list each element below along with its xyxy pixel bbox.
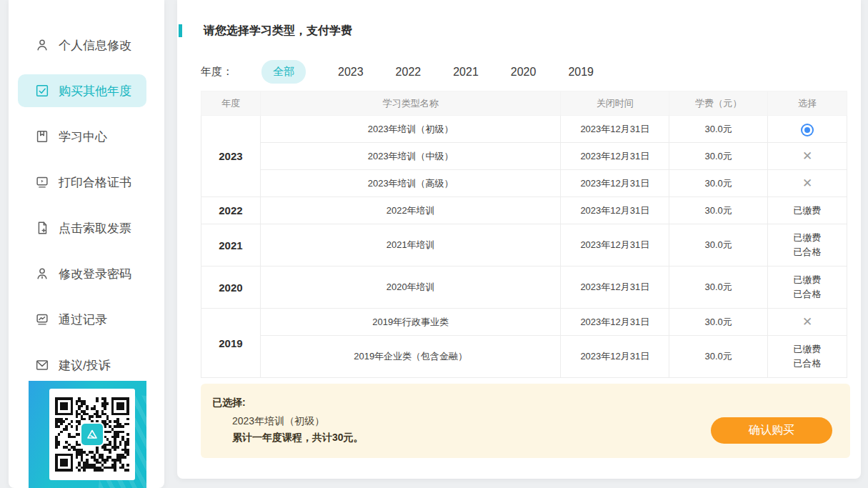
- table-row: 2019年企业类（包含金融） 2023年12月31日 30.0元 已缴费已合格: [201, 336, 847, 378]
- year-tab-2021[interactable]: 2021: [453, 66, 479, 79]
- table-row: 2019 2019年行政事业类 2023年12月31日 30.0元 ✕: [201, 309, 847, 336]
- status-paid: 已缴费: [768, 204, 847, 218]
- col-header-fee: 学费（元）: [669, 91, 768, 116]
- fee: 30.0元: [669, 170, 768, 197]
- year-group-2020: 2020: [201, 267, 261, 309]
- sidebar-item-label: 打印合格证书: [59, 174, 131, 191]
- title-row: 请您选择学习类型，支付学费: [177, 0, 861, 39]
- invoice-file-plus-icon: [34, 220, 50, 236]
- close-time: 2023年12月31日: [561, 267, 669, 309]
- sidebar-item-profile-edit[interactable]: 个人信息修改: [18, 29, 146, 61]
- table-row: 2022 2022年培训 2023年12月31日 30.0元 已缴费: [201, 197, 847, 224]
- mail-icon: [34, 357, 50, 373]
- year-tab-2023[interactable]: 2023: [338, 66, 364, 79]
- course-name: 2019年行政事业类: [260, 309, 560, 336]
- fee: 30.0元: [669, 116, 768, 143]
- check-square-icon: [34, 83, 50, 99]
- title-accent-bar: [179, 24, 182, 37]
- close-time: 2023年12月31日: [561, 143, 669, 170]
- fee: 30.0元: [669, 197, 768, 224]
- bookmark-icon: [34, 129, 50, 144]
- x-icon: ✕: [802, 315, 812, 329]
- table-row: 2023年培训（高级） 2023年12月31日 30.0元 ✕: [201, 170, 847, 197]
- page-title: 请您选择学习类型，支付学费: [204, 24, 352, 36]
- summary-label: 已选择:: [212, 397, 246, 409]
- sidebar-item-pass-records[interactable]: 通过记录: [18, 303, 146, 336]
- course-name: 2023年培训（高级）: [260, 170, 560, 197]
- year-group-2023: 2023: [201, 116, 261, 197]
- status-paid-qualified: 已缴费已合格: [768, 231, 847, 259]
- certificate-icon: [34, 174, 50, 190]
- fee: 30.0元: [669, 267, 768, 309]
- sidebar-item-suggestions-complaints[interactable]: 建议/投诉: [18, 349, 146, 382]
- fee: 30.0元: [669, 309, 768, 336]
- status-paid-qualified: 已缴费已合格: [768, 342, 847, 371]
- close-time: 2023年12月31日: [561, 309, 669, 336]
- user-icon: [34, 266, 50, 282]
- chart-record-icon: [34, 312, 50, 327]
- x-icon: ✕: [802, 176, 812, 190]
- sidebar-menu: 个人信息修改 购买其他年度 学习中心 打印合格证书 点击索取发票: [9, 0, 164, 382]
- confirm-purchase-button[interactable]: 确认购买: [711, 417, 832, 444]
- sidebar-item-label: 学习中心: [59, 129, 107, 145]
- year-tab-2019[interactable]: 2019: [568, 66, 594, 79]
- fee: 30.0元: [669, 336, 768, 378]
- sidebar-item-label: 点击索取发票: [59, 220, 131, 236]
- close-time: 2023年12月31日: [561, 336, 669, 378]
- radio-selected[interactable]: [804, 127, 810, 133]
- close-time: 2023年12月31日: [561, 116, 669, 143]
- sidebar-item-change-password[interactable]: 修改登录密码: [18, 257, 146, 290]
- fee: 30.0元: [669, 224, 768, 267]
- table-row: 2020 2020年培训 2023年12月31日 30.0元 已缴费已合格: [201, 267, 847, 309]
- year-group-2021: 2021: [201, 224, 261, 267]
- year-filter: 年度： 全部 2023 2022 2021 2020 2019: [201, 60, 594, 84]
- table-row: 2023 2023年培训（初级） 2023年12月31日 30.0元: [201, 116, 847, 143]
- close-time: 2023年12月31日: [561, 170, 669, 197]
- course-name: 2023年培训（初级）: [260, 116, 560, 143]
- qr-panel: [29, 381, 146, 488]
- table-row: 2023年培训（中级） 2023年12月31日 30.0元 ✕: [201, 143, 847, 170]
- sidebar-item-learning-center[interactable]: 学习中心: [18, 120, 146, 153]
- fee: 30.0元: [669, 143, 768, 170]
- course-table: 年度 学习类型名称 关闭时间 学费（元） 选择 2023 2023年培训（初级）…: [201, 91, 847, 378]
- course-name: 2019年企业类（包含金融）: [260, 336, 560, 378]
- sidebar-item-label: 个人信息修改: [59, 37, 131, 54]
- col-header-close-time: 关闭时间: [561, 91, 669, 116]
- course-name: 2022年培训: [260, 197, 560, 224]
- table-header-row: 年度 学习类型名称 关闭时间 学费（元） 选择: [201, 91, 847, 116]
- sidebar-item-label: 通过记录: [59, 312, 107, 328]
- qr-code-box: [49, 389, 135, 480]
- course-name: 2020年培训: [260, 267, 560, 309]
- summary-total: 累计一年度课程，共计30元。: [232, 432, 364, 444]
- year-group-2022: 2022: [201, 197, 261, 224]
- year-tab-2020[interactable]: 2020: [511, 66, 537, 79]
- sidebar-item-request-invoice[interactable]: 点击索取发票: [18, 211, 146, 244]
- user-icon: [34, 37, 50, 53]
- course-name: 2023年培训（中级）: [260, 143, 560, 170]
- close-time: 2023年12月31日: [561, 224, 669, 267]
- table-row: 2021 2021年培训 2023年12月31日 30.0元 已缴费已合格: [201, 224, 847, 267]
- year-group-2019: 2019: [201, 309, 261, 378]
- selection-summary: 已选择: 2023年培训（初级） 累计一年度课程，共计30元。 确认购买: [201, 384, 850, 458]
- year-tab-all[interactable]: 全部: [261, 60, 306, 84]
- year-tab-2022[interactable]: 2022: [396, 66, 421, 79]
- status-paid-qualified: 已缴费已合格: [768, 273, 847, 302]
- close-time: 2023年12月31日: [561, 197, 669, 224]
- main-content: 请您选择学习类型，支付学费 年度： 全部 2023 2022 2021 2020…: [177, 0, 861, 479]
- summary-selected-item: 2023年培训（初级）: [232, 415, 324, 428]
- qr-center-logo: [80, 422, 104, 447]
- col-header-name: 学习类型名称: [260, 91, 560, 116]
- sidebar-item-label: 购买其他年度: [59, 83, 131, 99]
- sidebar-item-label: 修改登录密码: [59, 266, 131, 282]
- sidebar-item-label: 建议/投诉: [59, 357, 111, 374]
- course-name: 2021年培训: [260, 224, 560, 267]
- x-icon: ✕: [802, 149, 812, 163]
- col-header-select: 选择: [768, 91, 847, 116]
- col-header-year: 年度: [201, 91, 261, 116]
- sidebar-item-print-certificate[interactable]: 打印合格证书: [18, 166, 146, 199]
- sidebar: 个人信息修改 购买其他年度 学习中心 打印合格证书 点击索取发票: [9, 0, 164, 488]
- year-filter-label: 年度：: [201, 65, 233, 79]
- sidebar-item-buy-other-years[interactable]: 购买其他年度: [18, 74, 146, 107]
